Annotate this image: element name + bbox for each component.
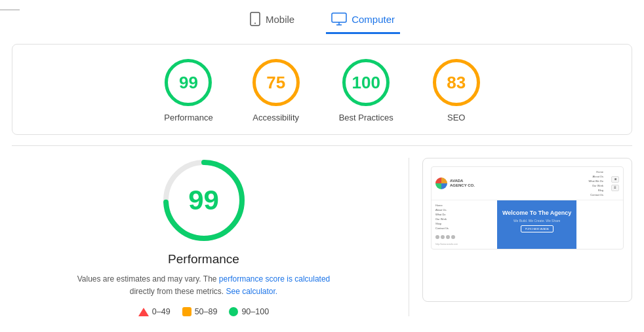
perf-note-link2[interactable]: See calculator. [226, 287, 277, 296]
score-circle-best-practices: 100 [342, 59, 390, 106]
perf-note-plain: Values are estimates and may vary. The [77, 274, 219, 284]
site-nav-work: Our Work [592, 184, 603, 187]
score-circle-performance: 99 [165, 59, 212, 106]
sidebar-contact: Contact Us [435, 227, 460, 230]
legend-ok: 50–89 [182, 307, 218, 316]
site-footer-url: http://www.avada.com [435, 243, 460, 246]
social-icon-2 [441, 235, 445, 239]
legend-bad-range: 0–49 [152, 307, 171, 316]
site-preview: AVADAAGENCY CO. Home About Us What We Do… [431, 166, 624, 249]
legend-ok-range: 50–89 [195, 307, 218, 316]
score-circle-seo: 83 [433, 59, 480, 106]
score-item-best-practices: 100 Best Practices [339, 59, 393, 122]
site-preview-panel: AVADAAGENCY CO. Home About Us What We Do… [422, 158, 632, 302]
legend-ok-icon [182, 307, 191, 316]
site-action-icons: ⊞ ☰ [611, 176, 619, 191]
legend: 0–49 50–89 90–100 [138, 307, 269, 316]
score-item-performance: 99 Performance [164, 59, 212, 122]
site-nav: Home About Us What We Do Our Work Blog C… [588, 170, 603, 196]
score-value-seo: 83 [447, 73, 466, 93]
big-score-circle: 99 [161, 158, 247, 243]
sidebar-work: Our Work [435, 217, 460, 221]
site-hero: Welcome To The Agency We Build. We Creat… [497, 200, 576, 249]
site-nav-home: Home [596, 170, 603, 174]
site-logo-circle [435, 177, 447, 189]
svg-rect-2 [332, 13, 346, 22]
site-header: AVADAAGENCY CO. Home About Us What We Do… [432, 167, 623, 200]
tab-bar: Mobile Computer [0, 0, 644, 35]
site-nav-blog: Blog [598, 189, 603, 192]
legend-bad: 0–49 [138, 307, 171, 316]
score-panel: 99 Performance 75 Accessibility 100 Best… [12, 44, 632, 135]
big-score-value: 99 [188, 185, 219, 216]
legend-good-range: 90–100 [241, 307, 269, 316]
vertical-divider [409, 158, 409, 316]
sidebar-about: About Us [435, 208, 460, 212]
perf-note-link1[interactable]: performance score is calculated [219, 274, 330, 284]
perf-note: Values are estimates and may vary. The p… [77, 273, 331, 298]
decoration-line [0, 9, 20, 10]
site-logo-text: AVADAAGENCY CO. [450, 179, 475, 188]
score-value-performance: 99 [179, 73, 198, 93]
social-icon-4 [451, 235, 455, 239]
score-item-accessibility: 75 Accessibility [252, 59, 300, 122]
mobile-icon [249, 12, 261, 26]
score-label-accessibility: Accessibility [252, 113, 299, 122]
sidebar-shop: Shop [435, 222, 460, 225]
main-content: 99 Performance Values are estimates and … [12, 158, 632, 316]
site-hero-sub: We Build. We Create. We Share [513, 219, 560, 223]
score-value-accessibility: 75 [266, 73, 285, 93]
svg-point-1 [254, 23, 256, 24]
social-icon-1 [435, 235, 439, 239]
score-item-seo: 83 SEO [433, 59, 480, 122]
perf-note-link1-part2: directly from these metrics. [130, 287, 226, 296]
tab-mobile-label: Mobile [266, 14, 294, 25]
score-label-seo: SEO [447, 113, 465, 122]
sidebar-what: What Do [435, 213, 460, 216]
site-hero-btn: PURCHASE AVADA [521, 225, 553, 232]
social-icon-3 [446, 235, 450, 239]
site-sidebar: Home About Us What Do Our Work Shop Cont… [432, 200, 464, 249]
site-nav-about: About Us [593, 175, 603, 178]
tab-computer-label: Computer [352, 14, 395, 25]
computer-icon [331, 12, 347, 26]
site-nav-what: What We Do [588, 179, 603, 183]
score-label-best-practices: Best Practices [339, 113, 393, 122]
site-social-icons [435, 235, 460, 239]
tab-computer[interactable]: Computer [326, 9, 400, 34]
site-icon-2: ☰ [611, 185, 619, 191]
site-icon-1: ⊞ [611, 176, 619, 183]
divider [12, 145, 632, 146]
tab-mobile[interactable]: Mobile [244, 8, 300, 35]
legend-bad-icon [138, 308, 149, 316]
sidebar-home: Home [435, 204, 460, 207]
site-hero-title: Welcome To The Agency [502, 210, 571, 216]
legend-good-icon [229, 307, 238, 316]
main-perf-title: Performance [168, 252, 239, 267]
legend-good: 90–100 [229, 307, 269, 316]
site-nav-contact: Contact Us [590, 193, 603, 196]
score-circle-accessibility: 75 [252, 59, 300, 106]
score-value-best-practices: 100 [352, 73, 380, 93]
score-label-performance: Performance [164, 113, 212, 122]
left-panel: 99 Performance Values are estimates and … [12, 158, 395, 316]
site-main-row: Home About Us What Do Our Work Shop Cont… [432, 200, 623, 249]
